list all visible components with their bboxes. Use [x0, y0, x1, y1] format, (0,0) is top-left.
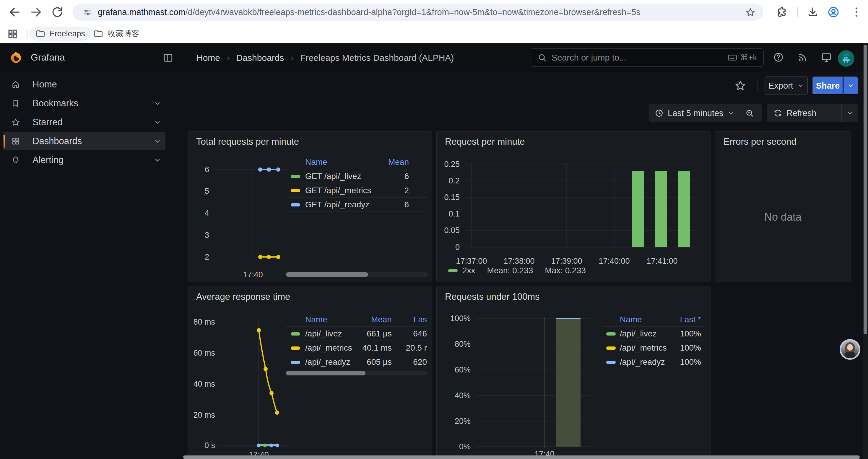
series-metrics-line	[259, 330, 277, 413]
y-tick: 60%	[437, 366, 471, 374]
legend-col-last[interactable]: Las	[414, 313, 427, 327]
reload-icon[interactable]	[51, 6, 64, 19]
screenshot-root: { "browser": { "url": { "domain": "grafa…	[0, 0, 868, 459]
avatar-image	[841, 340, 859, 358]
share-button[interactable]: Share	[812, 76, 843, 95]
help-icon[interactable]	[773, 52, 784, 63]
y-tick: 0.15	[437, 193, 460, 201]
sidebar-item-alerting[interactable]: Alerting	[3, 151, 165, 169]
chevron-down-icon[interactable]	[154, 100, 161, 107]
breadcrumb-home[interactable]: Home	[196, 53, 220, 63]
news-rss-icon[interactable]	[797, 52, 808, 63]
chevron-down-icon[interactable]	[154, 156, 161, 164]
legend-col-mean[interactable]: Mean	[388, 155, 409, 169]
time-range-picker[interactable]: Last 5 minutes	[649, 104, 740, 122]
panel-title[interactable]: Errors per second	[723, 136, 796, 147]
sidebar-item-starred[interactable]: Starred	[3, 113, 165, 131]
legend-row[interactable]: GET /api/_livez 6	[286, 169, 428, 184]
legend-col-last[interactable]: Last *	[680, 313, 701, 327]
legend-row[interactable]: /api/_metrics 40.1 ms 20.5 r	[286, 341, 428, 355]
legend-col-name[interactable]: Name	[305, 313, 327, 327]
export-button[interactable]: Export	[765, 76, 808, 95]
dashboards-grid-icon	[11, 137, 20, 145]
sidebar-item-home[interactable]: Home	[3, 76, 165, 93]
zoom-out-time-button[interactable]	[740, 104, 759, 122]
apps-grid-icon[interactable]	[7, 28, 18, 40]
y-tick: 4	[188, 209, 209, 217]
grafana-logo-icon[interactable]	[9, 51, 23, 65]
chevron-down-icon	[728, 110, 734, 117]
legend[interactable]: 2xx Mean: 0.233 Max: 0.233	[448, 266, 586, 275]
favorite-dashboard-star-icon[interactable]	[735, 80, 746, 92]
legend-row[interactable]: /api/_readyz 100%	[602, 355, 704, 369]
search-shortcut: ⌘+k	[727, 53, 757, 63]
brand-name: Grafana	[31, 52, 65, 63]
series-swatch	[291, 189, 300, 192]
bookmark-folder-freeleaps[interactable]: Freeleaps	[30, 27, 91, 41]
legend-row[interactable]: GET /api/_metrics 2	[286, 184, 428, 198]
panel-title[interactable]: Requests under 100ms	[445, 292, 540, 302]
chevron-down-icon	[797, 82, 804, 89]
search-input[interactable]	[552, 53, 727, 63]
legend-header: Name Last *	[602, 313, 704, 327]
folder-icon	[35, 29, 45, 39]
legend-row[interactable]: /api/_livez 661 µs 646	[286, 327, 428, 341]
sidebar-item-dashboards[interactable]: Dashboards	[3, 132, 165, 150]
x-tick: 17:37:00	[446, 257, 497, 265]
x-tick: 17:40:00	[589, 257, 639, 265]
refresh-interval-button[interactable]	[841, 104, 858, 122]
panel-title[interactable]: Average response time	[196, 292, 290, 302]
downloads-icon[interactable]	[807, 6, 819, 18]
bookmarks-bar: Freeleaps 收藏博客	[0, 24, 868, 43]
sidebar-item-bookmarks[interactable]: Bookmarks	[3, 95, 165, 112]
extensions-icon[interactable]	[776, 6, 788, 18]
no-data-message: No data	[715, 211, 850, 223]
vertical-scrollbar-thumb[interactable]	[864, 45, 867, 334]
bar-under-100ms	[556, 319, 581, 447]
legend-col-name[interactable]: Name	[305, 155, 327, 169]
forward-icon[interactable]	[30, 6, 42, 19]
horizontal-scrollbar-thumb[interactable]	[183, 455, 860, 459]
series-swatch	[448, 269, 458, 272]
panel-title[interactable]: Total requests per minute	[196, 136, 299, 147]
legend-row[interactable]: /api/_readyz 605 µs 620	[286, 355, 428, 369]
url-bar[interactable]: grafana.mathmast.com/d/deytv4rwavabkb/fr…	[72, 4, 763, 21]
x-tick: 17:41:00	[637, 257, 687, 265]
home-icon	[11, 80, 20, 89]
sidebar-nav: Home Bookmarks Starred Dashboards Alerti…	[0, 73, 176, 459]
x-tick: 17:38:00	[494, 257, 544, 265]
sidebar-collapse-icon[interactable]	[163, 53, 173, 63]
vertical-scrollbar[interactable]	[863, 43, 868, 459]
monitor-icon[interactable]	[821, 52, 832, 63]
legend-col-mean[interactable]: Mean	[371, 313, 392, 327]
series-swatch	[291, 175, 300, 178]
search-bar[interactable]: ⌘+k	[531, 48, 764, 67]
legend-col-name[interactable]: Name	[620, 313, 642, 327]
bookmark-folder-blogs[interactable]: 收藏博客	[88, 27, 145, 41]
breadcrumb-dashboards[interactable]: Dashboards	[236, 53, 284, 63]
legend-scrollbar[interactable]	[286, 272, 428, 277]
floating-assistant-avatar[interactable]	[840, 339, 860, 360]
share-menu-button[interactable]	[843, 76, 858, 95]
legend-row[interactable]: /api/_livez 100%	[602, 327, 704, 341]
legend-row[interactable]: GET /api/_readyz 6	[286, 198, 428, 212]
y-tick: 20 ms	[188, 411, 215, 419]
bookmarks-divider	[27, 28, 28, 39]
y-tick: 2	[188, 253, 209, 261]
browser-menu-icon[interactable]	[850, 6, 863, 18]
clock-icon	[655, 109, 663, 118]
bar-2xx	[632, 171, 644, 247]
legend-scrollbar[interactable]	[286, 371, 428, 375]
series-swatch	[606, 332, 616, 335]
back-icon[interactable]	[8, 6, 21, 19]
profile-icon[interactable]	[827, 6, 840, 18]
refresh-button[interactable]: Refresh	[767, 104, 823, 122]
bookmark-star-icon[interactable]	[745, 7, 755, 18]
legend-row[interactable]: /api/_metrics 100%	[602, 341, 704, 355]
chevron-down-icon[interactable]	[154, 137, 161, 145]
user-avatar[interactable]	[838, 50, 855, 67]
site-info-icon[interactable]	[83, 8, 92, 17]
series-swatch	[291, 361, 300, 364]
panel-title[interactable]: Request per minute	[445, 136, 525, 147]
chevron-down-icon[interactable]	[154, 119, 161, 126]
